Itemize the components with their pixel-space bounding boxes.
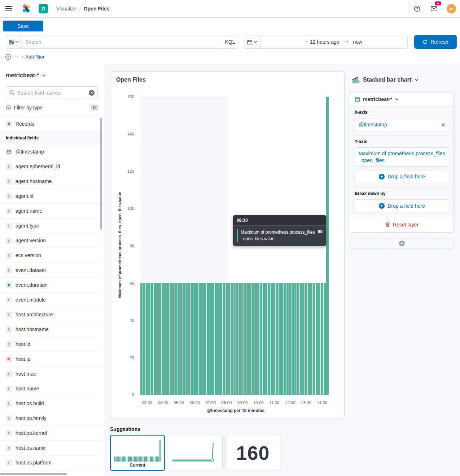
chart-bar[interactable] (310, 283, 312, 395)
refresh-button[interactable]: Refresh (414, 35, 457, 49)
filter-options-button[interactable] (5, 54, 11, 60)
field-item-host.mac[interactable]: thost.mac (0, 367, 102, 381)
chart-bar[interactable] (207, 283, 209, 395)
chart-bar[interactable] (162, 283, 164, 395)
suggestion-metric[interactable]: 160 (225, 435, 280, 471)
time-range-end[interactable]: now (353, 39, 363, 45)
break-down-drop-zone[interactable]: Drop a field here (355, 199, 449, 212)
chart-bar[interactable] (265, 283, 267, 395)
calendar-menu-button[interactable] (244, 35, 260, 49)
time-range-start[interactable]: ~ 12 hours ago (306, 39, 339, 45)
field-item-host.os.family[interactable]: thost.os.family (0, 411, 102, 426)
field-item-host.name[interactable]: thost.name (0, 381, 102, 396)
layer-index-pattern-button[interactable]: metricbeat-* (350, 92, 454, 106)
chart-bar[interactable] (286, 283, 289, 395)
chart-bar[interactable] (241, 283, 244, 395)
field-item-event.dataset[interactable]: tevent.dataset (0, 263, 102, 278)
space-selector[interactable]: D (35, 0, 51, 17)
field-item-agent.type[interactable]: tagent.type (0, 218, 102, 233)
suggestion-current[interactable]: Current (110, 435, 165, 471)
field-item-event.duration[interactable]: #event.duration (0, 278, 102, 293)
chart-bar[interactable] (175, 283, 177, 395)
chart-bar[interactable] (326, 97, 328, 395)
chart-bar[interactable] (178, 283, 180, 395)
chart-bar[interactable] (246, 283, 249, 395)
field-item-host.os.build[interactable]: thost.os.build (0, 396, 102, 411)
chart-bar[interactable] (268, 283, 270, 395)
chart-bar[interactable] (271, 283, 273, 395)
chart-bar[interactable] (231, 283, 233, 395)
chart-bar[interactable] (238, 283, 241, 395)
chart-bar[interactable] (215, 283, 217, 395)
chart-bar[interactable] (260, 283, 262, 395)
chart-bar[interactable] (196, 283, 198, 395)
chart-bar[interactable] (151, 283, 153, 395)
chart-bar[interactable] (156, 283, 158, 395)
chart-bar[interactable] (257, 283, 259, 395)
chart-bar[interactable] (276, 283, 278, 395)
chart-bar[interactable] (167, 283, 169, 395)
chart-bar[interactable] (324, 283, 326, 395)
chart-bar[interactable] (289, 283, 291, 395)
chart-bar[interactable] (302, 283, 305, 395)
chart-bar[interactable] (297, 283, 299, 395)
time-range-button[interactable]: ~ 12 hours ago now (260, 35, 408, 49)
chart-bar[interactable] (300, 283, 302, 395)
chart-bar[interactable] (292, 283, 294, 395)
field-item-host.ip[interactable]: IPhost.ip (0, 352, 102, 367)
field-item-agent.version[interactable]: tagent.version (0, 233, 102, 248)
saved-query-menu-button[interactable] (6, 35, 21, 49)
kql-language-button[interactable]: KQL (222, 35, 238, 49)
chart-bar[interactable] (185, 283, 188, 395)
reset-layer-button[interactable]: Reset layer (350, 217, 454, 232)
field-item-agent.name[interactable]: tagent.name (0, 204, 102, 218)
x-axis-dimension[interactable]: @timestamp (355, 118, 449, 131)
field-item-agent.ephemeral_id[interactable]: tagent.ephemeral_id (0, 159, 102, 174)
chart-bar[interactable] (159, 283, 161, 395)
chart-bar[interactable] (209, 283, 211, 395)
chart-bar[interactable] (193, 283, 196, 395)
chart-bar[interactable] (225, 283, 228, 395)
chart-bar[interactable] (254, 283, 257, 395)
remove-dimension-icon[interactable] (441, 123, 445, 127)
chart-bar[interactable] (273, 283, 275, 395)
chart-bar[interactable] (143, 283, 145, 395)
panel-horizontal-scrollbar[interactable] (0, 473, 67, 475)
chart-bar[interactable] (188, 283, 190, 395)
chart-bar[interactable] (263, 283, 265, 395)
chart-bar[interactable] (201, 283, 203, 395)
add-layer-button[interactable] (350, 238, 454, 249)
chart-bar[interactable] (321, 283, 323, 395)
field-item-@timestamp[interactable]: @timestamp (0, 144, 102, 159)
chart-bar[interactable] (318, 283, 320, 395)
suggestion-line-chart[interactable] (168, 435, 223, 471)
field-item-host.architecture[interactable]: thost.architecture (0, 307, 102, 322)
chart-bar[interactable] (180, 283, 182, 395)
filter-by-type-button[interactable]: Filter by type 0 (6, 103, 98, 112)
chart-bar[interactable] (199, 283, 201, 395)
y-axis-drop-zone[interactable]: Drop a field here (355, 170, 449, 183)
chart-bar[interactable] (279, 283, 281, 395)
clear-search-icon[interactable]: ✕ (89, 90, 95, 96)
hamburger-menu-button[interactable] (0, 0, 17, 17)
field-item-host.id[interactable]: thost.id (0, 337, 102, 352)
newsfeed-button[interactable] (425, 0, 443, 17)
field-item-event.module[interactable]: tevent.module (0, 293, 102, 307)
chart-bar[interactable] (308, 283, 310, 395)
search-input[interactable] (21, 35, 222, 49)
chart-bar[interactable] (148, 283, 150, 395)
field-item-host.os.platform[interactable]: thost.os.platform (0, 455, 102, 470)
chart-bar[interactable] (305, 283, 307, 395)
chart-bar[interactable] (172, 283, 174, 395)
field-item-records[interactable]: # Records (0, 117, 102, 131)
field-item-host.os.kernel[interactable]: thost.os.kernel (0, 426, 102, 441)
chart-bar[interactable] (223, 283, 225, 395)
chart-bar[interactable] (316, 283, 318, 395)
field-item-host.hostname[interactable]: thost.hostname (0, 322, 102, 337)
y-axis-dimension[interactable]: Maximum of prometheus.process_files_open… (355, 147, 449, 167)
save-button[interactable]: Save (3, 21, 43, 31)
add-filter-button[interactable]: + Add filter (21, 54, 44, 60)
chart-bar[interactable] (140, 283, 143, 395)
chart-bar[interactable] (217, 283, 219, 395)
chart-bar[interactable] (183, 283, 185, 395)
